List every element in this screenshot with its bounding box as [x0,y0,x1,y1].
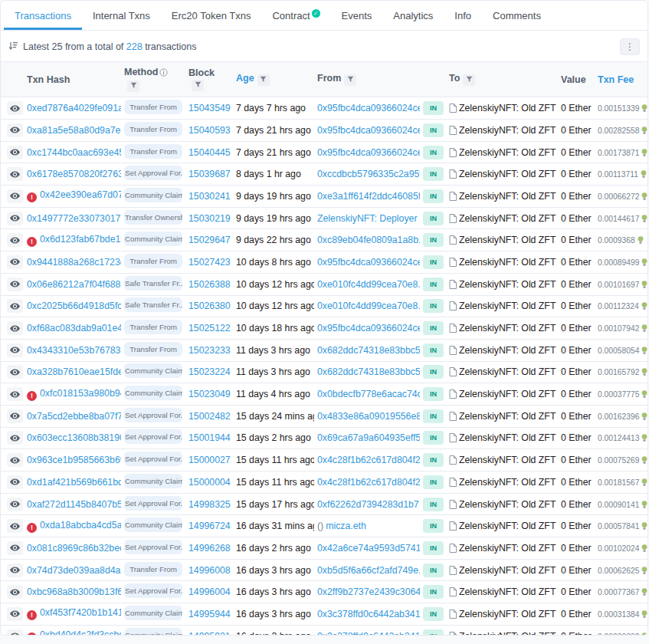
to-contract-link[interactable]: ZelenskiyNFT: Old ZFT T... [459,345,558,356]
to-contract-link[interactable]: ZelenskiyNFT: Old ZFT T... [459,631,558,636]
to-contract-link[interactable]: ZelenskiyNFT: Old ZFT T... [459,279,558,290]
block-link[interactable]: 15023224 [188,366,231,377]
to-contract-link[interactable]: ZelenskiyNFT: Old ZFT T... [459,125,558,136]
from-address-link[interactable]: 0x2ff9b2737e2439c3064... [317,586,420,597]
to-contract-link[interactable]: ZelenskiyNFT: Old ZFT T... [459,389,558,399]
from-address-link[interactable]: 0xb5d5f6a66cf2afd749e... [317,565,420,576]
to-contract-link[interactable]: ZelenskiyNFT: Old ZFT T... [459,609,558,619]
from-address-link[interactable]: 0x4c28f1b62c617d804f2... [317,477,420,488]
txn-hash-link[interactable]: 0xf453f7420b1b141d338... [40,607,121,618]
from-address-link[interactable]: 0x3c378ffd0c6442ab341... [317,609,420,619]
from-address-link[interactable]: 0xc89eb04fe0809a1a8b... [317,235,420,245]
block-filter-icon[interactable] [192,80,204,91]
tab[interactable]: Info [444,6,482,30]
txn-hash-link[interactable]: 0xaf272d1145b8407b50... [27,499,121,510]
block-link[interactable]: 15023049 [188,389,231,399]
to-contract-link[interactable]: ZelenskiyNFT: Old ZFT T... [459,257,558,268]
txn-hash-link[interactable]: 0x081c8969c86b32bec9... [27,543,121,554]
view-txn-details-button[interactable] [7,167,23,181]
block-link[interactable]: 15000004 [188,477,231,488]
from-address-link[interactable]: 0x682ddc74318e83bbc5... [317,345,420,356]
tab[interactable]: Erc20 Token Txns [161,6,262,30]
txn-hash-link[interactable]: 0xa81a5e58a80d9a7e5d... [27,125,121,136]
from-filter-icon[interactable] [344,74,356,86]
view-txn-details-button[interactable] [7,255,23,269]
view-txn-details-button[interactable] [7,541,23,555]
txn-hash-link[interactable]: 0xda18abcba4cd5ad4b4... [40,520,121,531]
from-address-link[interactable]: 0xe3a1ff614f2ddc46085f... [317,191,420,202]
view-txn-details-button[interactable] [7,233,23,247]
to-contract-link[interactable]: ZelenskiyNFT: Old ZFT T... [459,432,558,443]
from-address-link[interactable]: 0x69ca67a9a604935eff5... [317,432,420,443]
to-contract-link[interactable]: ZelenskiyNFT: Old ZFT T... [459,565,558,576]
from-address-link[interactable]: 0x682ddc74318e83bbc5... [317,366,420,377]
view-txn-details-button[interactable] [7,453,23,467]
tab[interactable]: Analytics [382,6,444,30]
total-count-link[interactable]: 228 [126,41,143,52]
txn-hash-link[interactable]: 0x1497772e3307301793... [27,213,121,224]
txn-hash-link[interactable]: 0xf68ac083dab9a01e4a... [27,323,121,334]
block-link[interactable]: 15000027 [188,455,231,465]
from-address-link[interactable]: 0x95fbc4dca09366024ce... [317,103,420,113]
from-address-link[interactable]: 0xe010fc4dd99cea70e8... [317,301,420,311]
txn-hash-link[interactable]: 0x4343310e53b76783e7... [27,345,121,356]
from-address-link[interactable]: 0x0bdecfb778e6acac74c... [317,389,420,399]
to-contract-link[interactable]: ZelenskiyNFT: Old ZFT T... [459,455,558,465]
block-link[interactable]: 15039687 [188,169,231,179]
from-address-link[interactable]: 0xccdbcb5796335c2a95f... [317,169,420,179]
txn-hash-link[interactable]: 0xc2025b66d4918d5fce... [27,301,121,311]
txn-hash-link[interactable]: 0xed7876a4029fe091ad... [27,103,121,113]
block-link[interactable]: 15030219 [188,213,231,224]
from-address-link[interactable]: ZelenskiyNFT: Deployer [317,213,418,224]
tab[interactable]: Internal Txns [82,6,161,30]
to-contract-link[interactable]: ZelenskiyNFT: Old ZFT T... [459,103,558,113]
view-txn-details-button[interactable] [7,519,23,533]
from-address-link[interactable]: 0x42a6ce74a9593d5741... [317,543,420,554]
view-txn-details-button[interactable] [7,387,23,401]
from-address-link[interactable]: 0x95fbc4dca09366024ce... [317,125,420,136]
view-txn-details-button[interactable] [7,365,23,379]
block-link[interactable]: 15030241 [188,191,231,202]
view-txn-details-button[interactable] [7,409,23,423]
txn-hash-link[interactable]: 0x6178e8570820f2763b... [27,169,121,179]
tab[interactable]: Contract✓ [261,5,330,30]
tab[interactable]: Transactions [4,6,82,30]
block-link[interactable]: 15025122 [188,323,231,334]
view-txn-details-button[interactable] [7,146,23,159]
view-txn-details-button[interactable] [7,564,23,577]
txn-hash-link[interactable]: 0xd1af421b569b661bde... [27,477,121,488]
to-contract-link[interactable]: ZelenskiyNFT: Old ZFT T... [459,191,558,202]
to-contract-link[interactable]: ZelenskiyNFT: Old ZFT T... [459,477,558,488]
txn-hash-link[interactable]: 0x9441888a268c1723dc... [27,257,121,268]
tab[interactable]: Events [331,6,383,30]
block-link[interactable]: 15026380 [188,301,231,311]
block-link[interactable]: 14996004 [188,586,231,597]
block-link[interactable]: 15002482 [188,411,231,422]
txn-hash-link[interactable]: 0xbc968a8b3009b13f6d... [27,586,121,597]
view-txn-details-button[interactable] [7,189,23,203]
view-txn-details-button[interactable] [7,299,23,313]
to-contract-link[interactable]: ZelenskiyNFT: Old ZFT T... [459,301,558,311]
to-contract-link[interactable]: ZelenskiyNFT: Old ZFT T... [459,521,558,531]
block-link[interactable]: 15029647 [188,235,231,245]
from-address-link[interactable]: micza.eth [326,521,366,531]
from-address-link[interactable]: 0x95fbc4dca09366024ce... [317,257,420,268]
block-link[interactable]: 15001944 [188,432,231,443]
view-txn-details-button[interactable] [7,212,23,225]
block-link[interactable]: 14995944 [188,609,231,619]
block-link[interactable]: 14996724 [188,521,231,531]
table-options-button[interactable]: ⋮ [620,38,640,55]
block-link[interactable]: 15040445 [188,147,231,158]
txn-hash-link[interactable]: 0x603ecc13608b381908... [27,432,121,443]
block-link[interactable]: 15023233 [188,345,231,356]
to-contract-link[interactable]: ZelenskiyNFT: Old ZFT T... [459,586,558,597]
block-link[interactable]: 15026388 [188,279,231,290]
view-txn-details-button[interactable] [7,431,23,445]
block-link[interactable]: 14996008 [188,565,231,576]
view-txn-details-button[interactable] [7,343,23,357]
txn-hash-link[interactable]: 0x42ee390ea67d07e2d8... [40,189,121,200]
from-address-link[interactable]: 0x95fbc4dca09366024ce... [317,323,420,334]
age-toggle-link[interactable]: Age [236,73,254,84]
to-contract-link[interactable]: ZelenskiyNFT: Old ZFT T... [459,323,558,334]
from-address-link[interactable]: 0x95fbc4dca09366024ce... [317,147,420,158]
